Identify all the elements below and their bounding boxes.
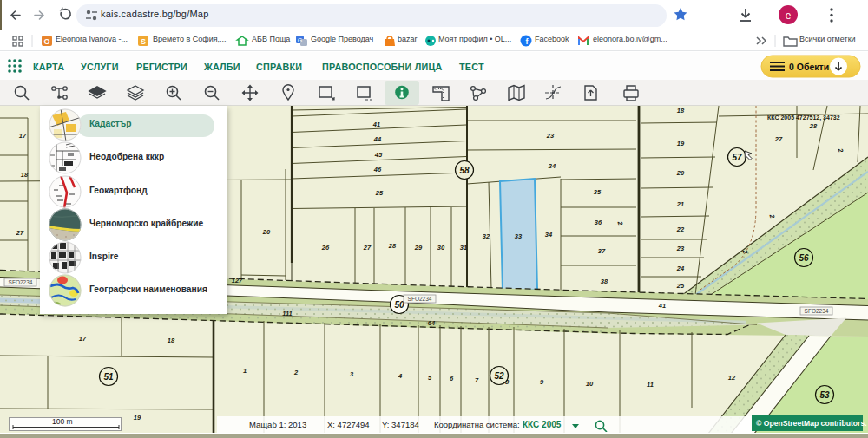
svg-text:34: 34 [545, 231, 553, 239]
svg-text:19: 19 [677, 140, 685, 147]
svg-text:30: 30 [437, 244, 445, 252]
svg-text:33: 33 [515, 232, 523, 240]
svg-text:1: 1 [243, 367, 247, 375]
svg-text:56: 56 [799, 253, 809, 263]
svg-text:17: 17 [79, 335, 87, 343]
svg-text:10: 10 [586, 380, 594, 388]
svg-text:28: 28 [388, 242, 397, 250]
svg-text:21: 21 [676, 200, 684, 208]
svg-text:2: 2 [293, 369, 299, 376]
svg-text:4: 4 [398, 372, 403, 380]
svg-text:32: 32 [483, 232, 490, 240]
svg-text:12: 12 [728, 374, 736, 382]
svg-text:11: 11 [647, 381, 654, 389]
svg-text:0 Обекти: 0 Обекти [789, 62, 829, 72]
svg-text:20: 20 [262, 228, 271, 236]
svg-text:27: 27 [363, 244, 372, 252]
svg-text:52: 52 [494, 371, 504, 381]
svg-text:25: 25 [375, 189, 384, 197]
svg-text:20: 20 [676, 169, 685, 177]
svg-text:24: 24 [676, 265, 685, 272]
svg-text:O: O [43, 37, 49, 46]
svg-text:27: 27 [774, 135, 783, 143]
svg-text:31: 31 [460, 244, 467, 252]
svg-text:ККС 2005 4727512, 34732: ККС 2005 4727512, 34732 [767, 114, 840, 121]
svg-text:57: 57 [732, 153, 742, 162]
svg-text:23: 23 [676, 245, 685, 252]
svg-text:37: 37 [598, 247, 606, 255]
svg-text:SFO2234: SFO2234 [408, 296, 432, 302]
svg-text:29: 29 [414, 244, 423, 252]
svg-text:38: 38 [601, 278, 608, 285]
svg-text:45: 45 [374, 151, 383, 159]
svg-text:51: 51 [103, 372, 114, 382]
svg-text:41: 41 [372, 121, 380, 128]
svg-text:24: 24 [548, 162, 556, 170]
svg-text:SFO2234: SFO2234 [9, 279, 33, 285]
svg-text:41: 41 [658, 302, 666, 310]
svg-text:44: 44 [373, 135, 382, 143]
svg-text:19: 19 [134, 414, 141, 422]
svg-text:111: 111 [282, 310, 292, 317]
svg-text:23: 23 [546, 132, 555, 140]
svg-text:S: S [141, 37, 146, 46]
svg-text:18: 18 [21, 171, 29, 179]
svg-text:28: 28 [809, 122, 818, 130]
svg-text:18: 18 [677, 107, 685, 114]
svg-text:18: 18 [168, 337, 175, 344]
svg-text:127: 127 [232, 277, 243, 284]
svg-text:27: 27 [16, 229, 24, 237]
svg-text:26: 26 [321, 244, 330, 252]
svg-text:58: 58 [459, 166, 470, 175]
svg-text:G: G [298, 37, 302, 43]
svg-text:50: 50 [394, 300, 404, 310]
svg-text:53: 53 [819, 390, 830, 400]
svg-text:17: 17 [19, 132, 27, 140]
svg-text:46: 46 [373, 166, 382, 173]
svg-text:35: 35 [594, 188, 602, 196]
svg-text:22: 22 [676, 226, 685, 233]
svg-text:25: 25 [676, 282, 685, 290]
svg-text:SFO2234: SFO2234 [805, 308, 829, 314]
svg-text:64: 64 [428, 319, 436, 327]
svg-text:e: e [786, 10, 792, 22]
svg-text:36: 36 [595, 219, 602, 226]
